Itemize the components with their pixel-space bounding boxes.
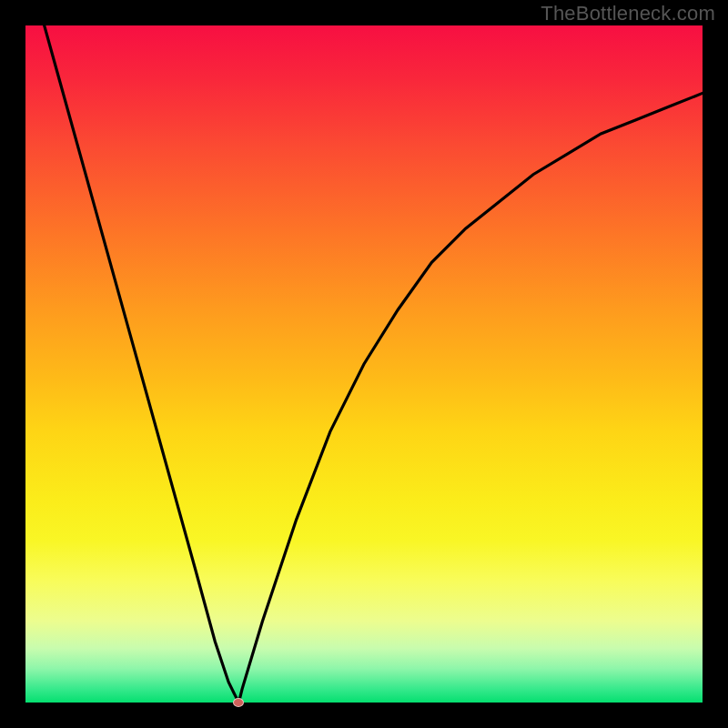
bottleneck-curve	[25, 25, 703, 703]
chart-frame: TheBottleneck.com	[0, 0, 728, 728]
watermark-text: TheBottleneck.com	[541, 2, 715, 25]
curve-layer	[25, 25, 703, 703]
plot-area	[25, 25, 703, 703]
minimum-marker	[233, 698, 244, 707]
